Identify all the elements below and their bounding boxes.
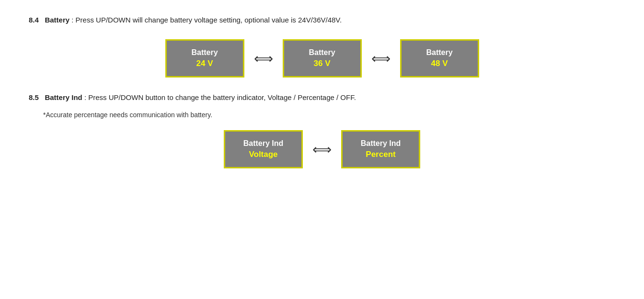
battery-48-title: Battery [426,47,452,58]
battery-24-box: Battery 24 V [165,39,244,78]
section-85-note: *Accurate percentage needs communication… [43,111,615,119]
battery-48-box: Battery 48 V [400,39,479,78]
battery-ind-voltage-value: Voltage [249,149,277,160]
section-84: 8.4 Battery : Press UP/DOWN will change … [29,14,615,78]
arrow-3: ⟺ [312,142,332,157]
battery-ind-voltage-box: Battery Ind Voltage [224,130,303,168]
section-84-number: 8.4 [29,16,39,24]
battery-24-title: Battery [191,47,218,58]
battery-ind-voltage-title: Battery Ind [243,138,284,149]
section-85-keyword: Battery Ind [45,93,82,101]
battery-ind-percent-box: Battery Ind Percent [341,130,420,168]
battery-36-title: Battery [309,47,335,58]
section-84-text: 8.4 Battery : Press UP/DOWN will change … [29,14,615,26]
section-84-keyword: Battery [45,16,69,24]
arrow-2: ⟺ [371,51,391,66]
battery-ind-diagram: Battery Ind Voltage ⟺ Battery Ind Percen… [29,130,615,168]
arrow-1: ⟺ [254,51,273,66]
section-85-description: : Press UP/DOWN button to change the bat… [82,93,356,101]
battery-48-value: 48 V [431,58,448,69]
section-85-number: 8.5 [29,93,39,101]
battery-24-value: 24 V [196,58,213,69]
section-85-text: 8.5 Battery Ind : Press UP/DOWN button t… [29,92,615,103]
battery-ind-percent-value: Percent [366,149,395,160]
battery-36-box: Battery 36 V [283,39,362,78]
battery-36-value: 36 V [314,58,331,69]
section-85: 8.5 Battery Ind : Press UP/DOWN button t… [29,92,615,168]
battery-voltage-diagram: Battery 24 V ⟺ Battery 36 V ⟺ Battery 48… [29,39,615,78]
battery-ind-percent-title: Battery Ind [361,138,401,149]
section-84-description: : Press UP/DOWN will change battery volt… [69,16,342,24]
